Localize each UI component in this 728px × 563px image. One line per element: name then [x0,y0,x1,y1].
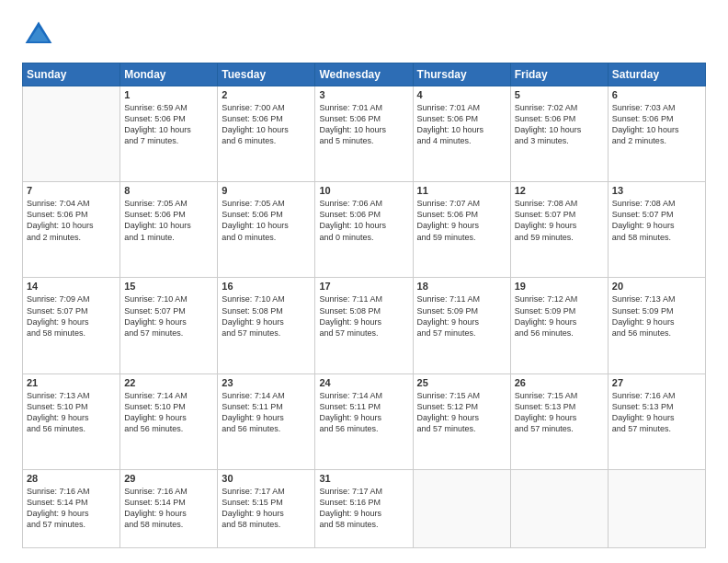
calendar-cell [608,469,705,547]
calendar-cell: 21Sunrise: 7:13 AMSunset: 5:10 PMDayligh… [23,373,120,469]
week-row-2: 14Sunrise: 7:09 AMSunset: 5:07 PMDayligh… [23,278,706,373]
cell-info: Sunrise: 7:07 AMSunset: 5:06 PMDaylight:… [417,198,506,243]
day-number: 28 [27,473,116,484]
cell-info: Sunrise: 7:02 AMSunset: 5:06 PMDaylight:… [515,102,604,147]
cell-info: Sunrise: 7:14 AMSunset: 5:10 PMDaylight:… [124,390,213,435]
cell-info: Sunrise: 7:13 AMSunset: 5:10 PMDaylight:… [27,390,116,435]
week-row-4: 28Sunrise: 7:16 AMSunset: 5:14 PMDayligh… [23,469,706,547]
cell-info: Sunrise: 7:06 AMSunset: 5:06 PMDaylight:… [319,198,408,243]
day-number: 25 [417,377,506,388]
day-number: 22 [124,377,213,388]
cell-info: Sunrise: 7:05 AMSunset: 5:06 PMDaylight:… [124,198,213,243]
cell-info: Sunrise: 7:00 AMSunset: 5:06 PMDaylight:… [222,102,311,147]
cell-info: Sunrise: 7:17 AMSunset: 5:15 PMDaylight:… [222,486,311,531]
calendar-cell: 25Sunrise: 7:15 AMSunset: 5:12 PMDayligh… [413,373,510,469]
day-header-monday: Monday [120,63,218,86]
day-number: 13 [612,185,701,196]
cell-info: Sunrise: 7:08 AMSunset: 5:07 PMDaylight:… [612,198,701,243]
day-number: 6 [612,89,701,100]
calendar-cell: 30Sunrise: 7:17 AMSunset: 5:15 PMDayligh… [218,469,315,547]
day-number: 16 [222,281,311,292]
calendar-cell: 18Sunrise: 7:11 AMSunset: 5:09 PMDayligh… [413,278,510,373]
day-number: 2 [222,89,311,100]
day-number: 14 [27,281,116,292]
calendar-cell: 3Sunrise: 7:01 AMSunset: 5:06 PMDaylight… [315,86,413,182]
calendar-cell: 5Sunrise: 7:02 AMSunset: 5:06 PMDaylight… [510,86,608,182]
cell-info: Sunrise: 7:15 AMSunset: 5:12 PMDaylight:… [417,390,506,435]
cell-info: Sunrise: 7:10 AMSunset: 5:08 PMDaylight:… [222,293,311,339]
cell-info: Sunrise: 7:13 AMSunset: 5:09 PMDaylight:… [612,293,701,339]
day-number: 10 [319,185,408,196]
cell-info: Sunrise: 6:59 AMSunset: 5:06 PMDaylight:… [124,102,213,147]
calendar-cell: 4Sunrise: 7:01 AMSunset: 5:06 PMDaylight… [413,86,510,182]
day-number: 24 [319,377,408,388]
calendar-cell: 26Sunrise: 7:15 AMSunset: 5:13 PMDayligh… [510,373,608,469]
week-row-1: 7Sunrise: 7:04 AMSunset: 5:06 PMDaylight… [23,182,706,278]
calendar-cell: 10Sunrise: 7:06 AMSunset: 5:06 PMDayligh… [315,182,413,278]
logo-icon [22,18,55,52]
cell-info: Sunrise: 7:16 AMSunset: 5:14 PMDaylight:… [27,486,116,531]
calendar-cell: 31Sunrise: 7:17 AMSunset: 5:16 PMDayligh… [315,469,413,547]
calendar-cell [510,469,608,547]
calendar-cell: 15Sunrise: 7:10 AMSunset: 5:07 PMDayligh… [120,278,218,373]
cell-info: Sunrise: 7:01 AMSunset: 5:06 PMDaylight:… [417,102,506,147]
week-row-0: 1Sunrise: 6:59 AMSunset: 5:06 PMDaylight… [23,86,706,182]
calendar-cell: 27Sunrise: 7:16 AMSunset: 5:13 PMDayligh… [608,373,705,469]
day-number: 3 [319,89,408,100]
day-header-thursday: Thursday [413,63,510,86]
day-number: 1 [124,89,213,100]
cell-info: Sunrise: 7:11 AMSunset: 5:09 PMDaylight:… [417,293,506,339]
day-number: 21 [27,377,116,388]
cell-info: Sunrise: 7:03 AMSunset: 5:06 PMDaylight:… [612,102,701,147]
calendar-cell: 22Sunrise: 7:14 AMSunset: 5:10 PMDayligh… [120,373,218,469]
day-number: 8 [124,185,213,196]
day-number: 23 [222,377,311,388]
day-number: 11 [417,185,506,196]
logo [22,18,59,52]
cell-info: Sunrise: 7:09 AMSunset: 5:07 PMDaylight:… [27,293,116,339]
day-header-saturday: Saturday [608,63,705,86]
calendar-cell: 16Sunrise: 7:10 AMSunset: 5:08 PMDayligh… [218,278,315,373]
day-header-tuesday: Tuesday [218,63,315,86]
calendar-cell: 17Sunrise: 7:11 AMSunset: 5:08 PMDayligh… [315,278,413,373]
calendar-cell: 2Sunrise: 7:00 AMSunset: 5:06 PMDaylight… [218,86,315,182]
calendar-cell: 29Sunrise: 7:16 AMSunset: 5:14 PMDayligh… [120,469,218,547]
header-row: SundayMondayTuesdayWednesdayThursdayFrid… [23,63,706,86]
calendar-cell: 23Sunrise: 7:14 AMSunset: 5:11 PMDayligh… [218,373,315,469]
cell-info: Sunrise: 7:05 AMSunset: 5:06 PMDaylight:… [222,198,311,243]
cell-info: Sunrise: 7:12 AMSunset: 5:09 PMDaylight:… [515,293,604,339]
calendar-cell: 12Sunrise: 7:08 AMSunset: 5:07 PMDayligh… [510,182,608,278]
calendar-cell: 20Sunrise: 7:13 AMSunset: 5:09 PMDayligh… [608,278,705,373]
day-header-friday: Friday [510,63,608,86]
calendar-cell: 14Sunrise: 7:09 AMSunset: 5:07 PMDayligh… [23,278,120,373]
header [22,18,706,52]
day-number: 4 [417,89,506,100]
calendar-table: SundayMondayTuesdayWednesdayThursdayFrid… [22,63,706,548]
cell-info: Sunrise: 7:04 AMSunset: 5:06 PMDaylight:… [27,198,116,243]
day-number: 12 [515,185,604,196]
day-number: 26 [515,377,604,388]
day-number: 31 [319,473,408,484]
page: SundayMondayTuesdayWednesdayThursdayFrid… [0,0,728,563]
day-number: 18 [417,281,506,292]
cell-info: Sunrise: 7:14 AMSunset: 5:11 PMDaylight:… [222,390,311,435]
week-row-3: 21Sunrise: 7:13 AMSunset: 5:10 PMDayligh… [23,373,706,469]
cell-info: Sunrise: 7:16 AMSunset: 5:14 PMDaylight:… [124,486,213,531]
day-number: 17 [319,281,408,292]
calendar-body: 1Sunrise: 6:59 AMSunset: 5:06 PMDaylight… [23,86,706,548]
calendar-cell: 24Sunrise: 7:14 AMSunset: 5:11 PMDayligh… [315,373,413,469]
day-header-wednesday: Wednesday [315,63,413,86]
day-number: 19 [515,281,604,292]
day-number: 9 [222,185,311,196]
calendar-cell: 1Sunrise: 6:59 AMSunset: 5:06 PMDaylight… [120,86,218,182]
cell-info: Sunrise: 7:08 AMSunset: 5:07 PMDaylight:… [515,198,604,243]
calendar-cell: 9Sunrise: 7:05 AMSunset: 5:06 PMDaylight… [218,182,315,278]
cell-info: Sunrise: 7:01 AMSunset: 5:06 PMDaylight:… [319,102,408,147]
calendar-cell: 7Sunrise: 7:04 AMSunset: 5:06 PMDaylight… [23,182,120,278]
day-number: 29 [124,473,213,484]
cell-info: Sunrise: 7:17 AMSunset: 5:16 PMDaylight:… [319,486,408,531]
calendar-header: SundayMondayTuesdayWednesdayThursdayFrid… [23,63,706,86]
day-number: 7 [27,185,116,196]
calendar-cell: 19Sunrise: 7:12 AMSunset: 5:09 PMDayligh… [510,278,608,373]
day-number: 15 [124,281,213,292]
